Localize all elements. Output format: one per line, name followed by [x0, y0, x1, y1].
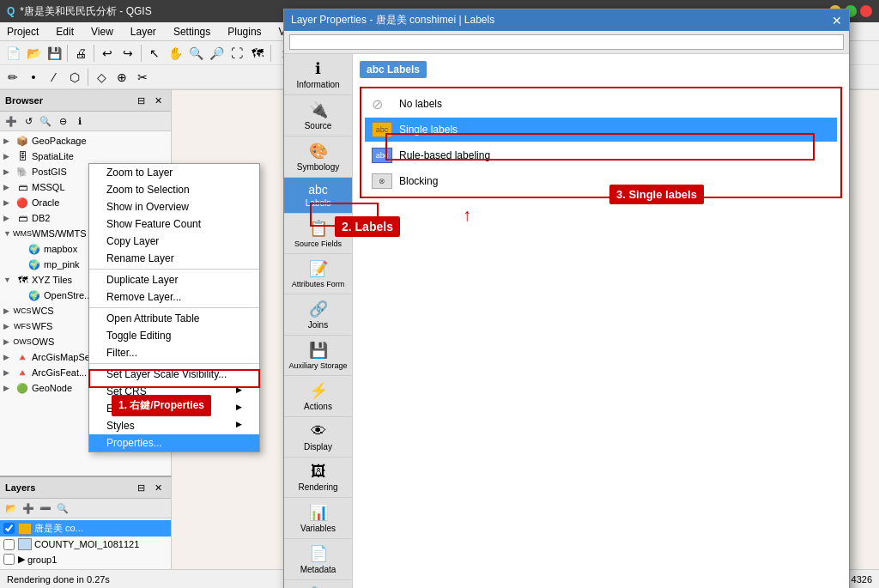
nav-information[interactable]: ℹ Information — [284, 54, 352, 95]
source-fields-icon: 📋 — [309, 219, 328, 238]
nav-metadata[interactable]: 📄 Metadata — [284, 539, 352, 580]
dialog-overlay: Layer Properties - 唐是美 conshimei | Label… — [0, 0, 879, 588]
joins-icon: 🔗 — [309, 300, 328, 318]
dialog-search-input[interactable] — [289, 34, 844, 50]
dialog-nav-sidebar: ℹ Information 🔌 Source 🎨 Symbology abc L… — [284, 54, 353, 588]
rendering-icon: 🖼 — [311, 463, 326, 481]
variables-icon: 📊 — [309, 503, 328, 522]
dialog-close-button[interactable]: ✕ — [832, 14, 842, 27]
information-icon: ℹ — [315, 59, 321, 78]
nav-auxiliary-label: Auxiliary Storage — [288, 361, 347, 370]
label-option-no-labels[interactable]: ⊘ No labels — [365, 92, 837, 116]
nav-source-label: Source — [305, 121, 332, 130]
callout-single-labels: 3. Single labels — [609, 185, 704, 204]
nav-display-label: Display — [304, 442, 332, 452]
single-labels-text: Single labels — [399, 124, 458, 136]
nav-labels-label: Labels — [306, 198, 330, 208]
nav-display[interactable]: 👁 Display — [284, 417, 352, 458]
symbology-icon: 🎨 — [309, 142, 328, 161]
nav-attributes-form[interactable]: 📝 Attributes Form — [284, 254, 352, 294]
label-option-single[interactable]: abc Single labels — [365, 118, 837, 142]
nav-joins[interactable]: 🔗 Joins — [284, 294, 352, 336]
nav-labels[interactable]: abc Labels — [284, 178, 352, 214]
auxiliary-storage-icon: 💾 — [309, 341, 328, 360]
nav-joins-label: Joins — [308, 320, 328, 330]
rule-labels-icon: abc — [372, 148, 392, 163]
label-option-rule[interactable]: abc Rule-based labeling — [365, 143, 837, 167]
single-labels-icon: abc — [372, 122, 392, 137]
nav-variables[interactable]: 📊 Variables — [284, 498, 352, 539]
nav-rendering-label: Rendering — [298, 482, 337, 492]
nav-metadata-label: Metadata — [300, 565, 336, 574]
actions-icon: ⚡ — [309, 381, 328, 400]
callout-properties: 1. 右鍵/Properties — [112, 395, 211, 416]
nav-rendering[interactable]: 🖼 Rendering — [284, 458, 352, 498]
labels-tab-button[interactable]: abc Labels — [360, 61, 427, 78]
dialog-search-area — [284, 31, 849, 54]
nav-actions-label: Actions — [304, 402, 332, 411]
label-option-blocking[interactable]: ⊗ Blocking — [365, 169, 837, 193]
nav-dependencies[interactable]: 🔧 Dependencies — [284, 580, 352, 588]
nav-source[interactable]: 🔌 Source — [284, 95, 352, 136]
metadata-icon: 📄 — [309, 544, 328, 563]
nav-attributes-form-label: Attributes Form — [292, 280, 345, 288]
blocking-icon: ⊗ — [372, 173, 392, 189]
label-options-container: ⊘ No labels abc Single labels abc Rule-b… — [360, 87, 842, 198]
nav-symbology-label: Symbology — [297, 162, 339, 172]
callout-labels: 2. Labels — [335, 216, 400, 237]
dialog-labels-content: abc Labels ⊘ No labels abc Single labels — [353, 54, 849, 588]
dialog-titlebar: Layer Properties - 唐是美 conshimei | Label… — [284, 9, 849, 31]
display-icon: 👁 — [311, 422, 326, 440]
dialog-title: Layer Properties - 唐是美 conshimei | Label… — [291, 13, 494, 27]
dialog-body: ℹ Information 🔌 Source 🎨 Symbology abc L… — [284, 54, 849, 588]
labels-icon: abc — [308, 183, 328, 197]
source-icon: 🔌 — [309, 100, 328, 119]
attributes-form-icon: 📝 — [309, 259, 328, 278]
nav-auxiliary-storage[interactable]: 💾 Auxiliary Storage — [284, 336, 352, 376]
app-window: Q *唐是美和民民氏分析 - QGIS Project Edit View La… — [0, 0, 879, 588]
no-labels-text: No labels — [399, 98, 442, 110]
layer-properties-dialog: Layer Properties - 唐是美 conshimei | Label… — [283, 9, 850, 588]
blocking-text: Blocking — [399, 175, 438, 187]
no-labels-icon: ⊘ — [372, 96, 392, 112]
arrow-indicator: ↑ — [360, 205, 842, 225]
nav-symbology[interactable]: 🎨 Symbology — [284, 136, 352, 178]
nav-source-fields-label: Source Fields — [294, 239, 342, 248]
nav-actions[interactable]: ⚡ Actions — [284, 376, 352, 417]
labels-tab-label: abc Labels — [367, 64, 420, 76]
rule-labels-text: Rule-based labeling — [399, 149, 490, 161]
nav-variables-label: Variables — [300, 524, 336, 533]
nav-information-label: Information — [296, 80, 339, 89]
